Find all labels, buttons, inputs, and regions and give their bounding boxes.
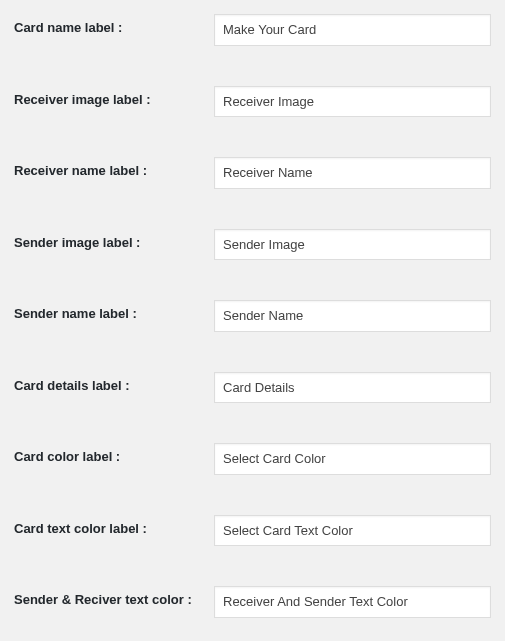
field-input-wrap: [214, 372, 491, 404]
field-input-wrap: [214, 157, 491, 189]
field-label: Sender & Reciver text color :: [14, 586, 214, 607]
field-label: Receiver image label :: [14, 86, 214, 107]
sender-receiver-text-color-input[interactable]: [214, 586, 491, 618]
field-label: Receiver name label :: [14, 157, 214, 178]
field-input-wrap: [214, 14, 491, 46]
field-row: Card text color label :: [14, 515, 491, 547]
field-row: Card details label :: [14, 372, 491, 404]
field-input-wrap: [214, 515, 491, 547]
field-label: Card details label :: [14, 372, 214, 393]
field-row: Card color label :: [14, 443, 491, 475]
field-label: Sender image label :: [14, 229, 214, 250]
field-label: Card name label :: [14, 14, 214, 35]
field-input-wrap: [214, 229, 491, 261]
card-text-color-label-input[interactable]: [214, 515, 491, 547]
field-input-wrap: [214, 586, 491, 618]
field-input-wrap: [214, 300, 491, 332]
field-row: Receiver name label :: [14, 157, 491, 189]
field-input-wrap: [214, 443, 491, 475]
field-row: Sender name label :: [14, 300, 491, 332]
receiver-image-label-input[interactable]: [214, 86, 491, 118]
field-row: Card name label :: [14, 14, 491, 46]
card-details-label-input[interactable]: [214, 372, 491, 404]
card-color-label-input[interactable]: [214, 443, 491, 475]
field-input-wrap: [214, 86, 491, 118]
receiver-name-label-input[interactable]: [214, 157, 491, 189]
field-row: Sender & Reciver text color :: [14, 586, 491, 618]
card-name-label-input[interactable]: [214, 14, 491, 46]
field-row: Receiver image label :: [14, 86, 491, 118]
field-label: Card text color label :: [14, 515, 214, 536]
settings-form: Card name label : Receiver image label :…: [14, 14, 491, 641]
field-label: Sender name label :: [14, 300, 214, 321]
sender-image-label-input[interactable]: [214, 229, 491, 261]
field-label: Card color label :: [14, 443, 214, 464]
sender-name-label-input[interactable]: [214, 300, 491, 332]
field-row: Sender image label :: [14, 229, 491, 261]
